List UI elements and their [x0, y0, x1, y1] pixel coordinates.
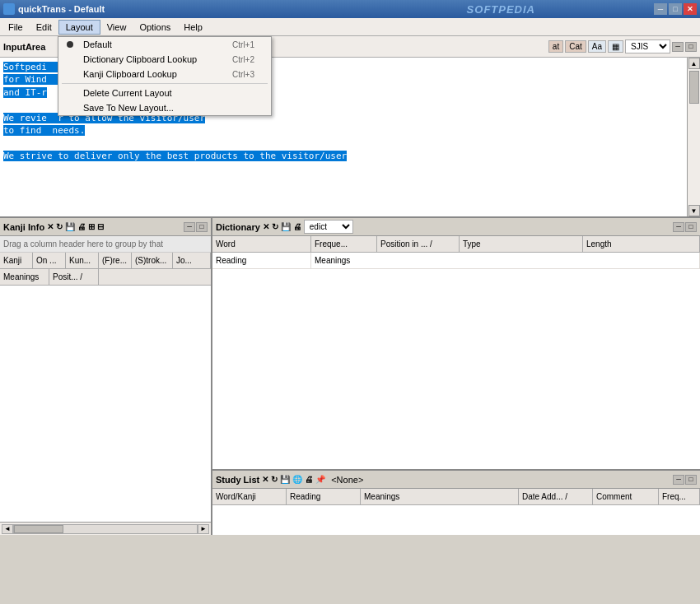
dict-refresh-icon[interactable]: ↻ — [272, 222, 278, 231]
dict-col-freq[interactable]: Freque... — [311, 236, 377, 252]
text-line-8: We strive to deliver only the best produ… — [3, 150, 684, 162]
dict-close-icon[interactable]: ✕ — [263, 222, 269, 231]
study-save-icon[interactable]: 💾 — [280, 475, 290, 484]
study-col-comment[interactable]: Comment — [593, 489, 659, 504]
dict-name-select[interactable]: edict kanjidic — [304, 220, 353, 234]
layout-default[interactable]: Default Ctrl+1 — [58, 37, 271, 52]
layout-save-new[interactable]: Save To New Layout... — [58, 100, 271, 115]
h-scroll-thumb[interactable] — [14, 525, 63, 533]
dict-header: Dictionary ✕ ↻ 💾 🖨 edict kanjidic ─ □ — [212, 218, 700, 236]
study-col-word[interactable]: Word/Kanji — [212, 489, 287, 504]
close-button[interactable]: ✕ — [684, 3, 697, 15]
dict-header-label: Dictionary — [216, 222, 260, 232]
kanji-col-kanji[interactable]: Kanji — [0, 253, 33, 268]
menu-help[interactable]: Help — [177, 21, 209, 34]
study-col-date[interactable]: Date Add... / — [519, 489, 593, 504]
dict-print-icon[interactable]: 🖨 — [293, 222, 301, 231]
dict-col-word[interactable]: Word — [212, 236, 311, 252]
kanji-col-on[interactable]: On ... — [33, 253, 66, 268]
kanji-content-area[interactable] — [0, 286, 211, 522]
dict-col-type[interactable]: Type — [460, 236, 583, 252]
kanji-sub-posit[interactable]: Posit... / — [49, 269, 99, 285]
h-scroll-left[interactable]: ◄ — [2, 524, 13, 534]
layout-kanji-clipboard[interactable]: Kanji Clipboard Lookup Ctrl+3 — [58, 67, 271, 81]
panel-minimize-btn[interactable]: ─ — [672, 42, 684, 52]
format-btn[interactable]: ▦ — [608, 40, 623, 53]
layout-dropdown: Default Ctrl+1 Dictionary Clipboard Look… — [58, 36, 272, 116]
kanji-refresh-icon[interactable]: ↻ — [56, 222, 63, 231]
study-header: Study List ✕ ↻ 💾 🌐 🖨 📌 <None> ─ □ — [212, 471, 700, 489]
study-web-icon[interactable]: 🌐 — [292, 475, 302, 484]
study-pin-icon[interactable]: 📌 — [315, 475, 325, 484]
study-max-btn[interactable]: □ — [685, 475, 697, 485]
kanji-max-btn[interactable]: □ — [196, 222, 208, 232]
dict-save-icon[interactable]: 💾 — [281, 222, 291, 231]
study-min-btn[interactable]: ─ — [673, 475, 684, 485]
kanji-panel-header: Kanji Info ✕ ↻ 💾 🖨 ⊞ ⊟ ─ □ — [0, 218, 211, 236]
dict-row-1: Reading Meanings — [212, 253, 700, 269]
dict-col-pos[interactable]: Position in ... / — [377, 236, 460, 252]
kanji-close-icon[interactable]: ✕ — [47, 222, 54, 231]
kanji-search-icon[interactable]: ⊞ — [88, 222, 95, 231]
menu-file[interactable]: File — [2, 21, 30, 34]
menu-options[interactable]: Options — [133, 21, 177, 34]
study-col-reading[interactable]: Reading — [287, 489, 361, 504]
kanji-drag-hint: Drag a column header here to group by th… — [0, 236, 211, 253]
kanji-col-fre[interactable]: (F)re... — [99, 253, 132, 268]
dict-col-len[interactable]: Length — [583, 236, 700, 252]
kanji-col-stroke[interactable]: (S)trok... — [132, 253, 173, 268]
title-bar: quickTrans - Default SOFTPEDIA ─ □ ✕ — [0, 0, 700, 18]
scroll-down-btn[interactable]: ▼ — [688, 205, 700, 216]
scroll-up-btn[interactable]: ▲ — [688, 58, 700, 69]
study-panel: Study List ✕ ↻ 💾 🌐 🖨 📌 <None> ─ □ — [212, 469, 700, 535]
menu-bar: File Edit Layout View Options Help — [0, 18, 700, 36]
study-print-icon[interactable]: 🖨 — [305, 475, 313, 484]
dict-min-btn[interactable]: ─ — [673, 222, 684, 232]
layout-default-shortcut: Ctrl+1 — [232, 40, 254, 49]
maximize-button[interactable]: □ — [669, 3, 682, 15]
dict-content-area[interactable]: Reading Meanings — [212, 253, 700, 469]
panel-restore-btn[interactable]: □ — [685, 42, 697, 52]
kanji-col-kun[interactable]: Kun... — [66, 253, 99, 268]
cat-btn-2[interactable]: Cat — [565, 40, 586, 53]
layout-delete[interactable]: Delete Current Layout — [58, 86, 271, 100]
layout-dict-label: Dictionary Clipboard Lookup — [83, 54, 197, 64]
highlighted-text-6: to find needs. — [3, 125, 85, 136]
dict-max-btn[interactable]: □ — [685, 222, 697, 232]
kanji-window-btns: ─ □ — [184, 222, 208, 232]
kanji-sub-meanings[interactable]: Meanings — [0, 269, 49, 285]
h-scroll-right[interactable]: ► — [198, 524, 209, 534]
layout-save-label: Save To New Layout... — [83, 103, 174, 113]
encoding-select[interactable]: SJIS UTF-8 — [625, 39, 670, 53]
study-refresh-icon[interactable]: ↻ — [271, 475, 278, 484]
kanji-save-icon[interactable]: 💾 — [65, 222, 75, 231]
highlighted-text-3: and IT-r — [3, 87, 47, 98]
kanji-extra-icon[interactable]: ⊟ — [97, 222, 104, 231]
main-content: InputArea at Cat Aa ▦ SJIS UTF-8 ─ □ Sof… — [0, 36, 700, 604]
study-col-meanings[interactable]: Meanings — [361, 489, 519, 504]
cat-btn-1[interactable]: at — [548, 40, 563, 53]
kanji-h-scrollbar[interactable]: ◄ ► — [0, 522, 211, 535]
layout-dict-shortcut: Ctrl+2 — [232, 55, 254, 64]
layout-dict-clipboard[interactable]: Dictionary Clipboard Lookup Ctrl+2 — [58, 52, 271, 67]
minimize-button[interactable]: ─ — [654, 3, 667, 15]
kanji-print-icon[interactable]: 🖨 — [77, 222, 86, 231]
input-scrollbar[interactable]: ▲ ▼ — [687, 58, 700, 216]
study-none-label: <None> — [331, 475, 363, 485]
layout-default-label: Default — [83, 39, 112, 49]
kanji-column-headers: Kanji On ... Kun... (F)re... (S)trok... … — [0, 253, 211, 269]
study-header-label: Study List — [216, 475, 259, 485]
menu-view[interactable]: View — [100, 21, 133, 34]
layout-delete-label: Delete Current Layout — [83, 88, 172, 98]
kanji-col-jo[interactable]: Jo... — [173, 253, 211, 268]
highlighted-text-8: We strive to deliver only the best produ… — [3, 151, 347, 161]
study-col-freq[interactable]: Freq... — [659, 489, 700, 504]
menu-edit[interactable]: Edit — [30, 21, 58, 34]
study-content-area[interactable] — [212, 505, 700, 535]
scroll-thumb[interactable] — [689, 71, 699, 104]
study-close-icon[interactable]: ✕ — [262, 475, 268, 484]
kanji-min-btn[interactable]: ─ — [184, 222, 195, 232]
h-scroll-track[interactable] — [13, 524, 198, 534]
aa-btn[interactable]: Aa — [588, 40, 606, 53]
menu-layout[interactable]: Layout — [58, 20, 100, 35]
